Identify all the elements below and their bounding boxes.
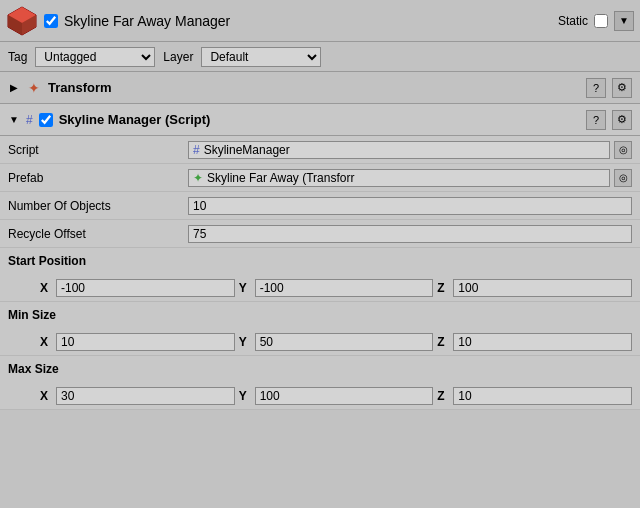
max-z-label: Z [437, 389, 449, 403]
script-property-label: Script [8, 143, 188, 157]
num-objects-input[interactable] [188, 197, 632, 215]
layer-dropdown[interactable]: Default [201, 47, 321, 67]
script-section-header: ▼ # Skyline Manager (Script) ? ⚙ [0, 104, 640, 136]
prefab-property-label: Prefab [8, 171, 188, 185]
script-active-checkbox[interactable] [39, 113, 53, 127]
min-x-input[interactable] [56, 333, 235, 351]
start-x-input[interactable] [56, 279, 235, 297]
num-objects-property-row: Number Of Objects [0, 192, 640, 220]
max-y-input[interactable] [255, 387, 434, 405]
max-x-input[interactable] [56, 387, 235, 405]
transform-help-button[interactable]: ? [586, 78, 606, 98]
min-x-label: X [40, 335, 52, 349]
tag-label: Tag [8, 50, 27, 64]
header-title: Skyline Far Away Manager [64, 13, 552, 29]
prefab-ref-text: Skyline Far Away (Transforr [207, 171, 354, 185]
script-target-button[interactable]: ◎ [614, 141, 632, 159]
start-y-label: Y [239, 281, 251, 295]
static-checkbox[interactable] [594, 14, 608, 28]
max-y-label: Y [239, 389, 251, 403]
script-object-ref[interactable]: # SkylineManager [188, 141, 610, 159]
recycle-offset-value-area [188, 225, 632, 243]
start-xyz-group: X Y Z [40, 279, 632, 297]
header-bar: Skyline Far Away Manager Static ▼ [0, 0, 640, 42]
script-property-row: Script # SkylineManager ◎ [0, 136, 640, 164]
unity-cube-icon [6, 5, 38, 37]
start-y-input[interactable] [255, 279, 434, 297]
script-ref-text: SkylineManager [204, 143, 290, 157]
min-size-label-row: Min Size [0, 302, 640, 328]
min-z-input[interactable] [453, 333, 632, 351]
tag-dropdown[interactable]: Untagged [35, 47, 155, 67]
start-x-label: X [40, 281, 52, 295]
min-size-xyz-row: X Y Z [0, 328, 640, 356]
prefab-target-button[interactable]: ◎ [614, 169, 632, 187]
min-z-label: Z [437, 335, 449, 349]
prefab-ref-icon: ✦ [193, 171, 203, 185]
prefab-value-area: ✦ Skyline Far Away (Transforr ◎ [188, 169, 632, 187]
script-gear-button[interactable]: ⚙ [612, 110, 632, 130]
transform-title: Transform [48, 80, 580, 95]
header-dropdown-button[interactable]: ▼ [614, 11, 634, 31]
script-icon: # [26, 113, 33, 127]
script-help-button[interactable]: ? [586, 110, 606, 130]
active-checkbox[interactable] [44, 14, 58, 28]
start-position-label: Start Position [8, 254, 86, 268]
transform-toggle[interactable]: ▶ [8, 82, 20, 94]
recycle-offset-input[interactable] [188, 225, 632, 243]
max-x-label: X [40, 389, 52, 403]
script-toggle[interactable]: ▼ [8, 114, 20, 126]
layer-label: Layer [163, 50, 193, 64]
properties-area: Script # SkylineManager ◎ Prefab ✦ Skyli… [0, 136, 640, 410]
tag-layer-bar: Tag Untagged Layer Default [0, 42, 640, 72]
max-xyz-group: X Y Z [40, 387, 632, 405]
start-z-input[interactable] [453, 279, 632, 297]
transform-gear-button[interactable]: ⚙ [612, 78, 632, 98]
min-y-label: Y [239, 335, 251, 349]
recycle-offset-label: Recycle Offset [8, 227, 188, 241]
start-z-label: Z [437, 281, 449, 295]
min-xyz-group: X Y Z [40, 333, 632, 351]
prefab-property-row: Prefab ✦ Skyline Far Away (Transforr ◎ [0, 164, 640, 192]
min-y-input[interactable] [255, 333, 434, 351]
max-z-input[interactable] [453, 387, 632, 405]
start-position-xyz-row: X Y Z [0, 274, 640, 302]
num-objects-value-area [188, 197, 632, 215]
start-position-label-row: Start Position [0, 248, 640, 274]
min-size-label: Min Size [8, 308, 56, 322]
transform-icon: ✦ [26, 80, 42, 96]
prefab-object-ref[interactable]: ✦ Skyline Far Away (Transforr [188, 169, 610, 187]
script-section-title: Skyline Manager (Script) [59, 112, 580, 127]
num-objects-label: Number Of Objects [8, 199, 188, 213]
script-value-area: # SkylineManager ◎ [188, 141, 632, 159]
max-size-label-row: Max Size [0, 356, 640, 382]
script-ref-icon: # [193, 143, 200, 157]
static-label: Static [558, 14, 588, 28]
max-size-label: Max Size [8, 362, 59, 376]
max-size-xyz-row: X Y Z [0, 382, 640, 410]
recycle-offset-property-row: Recycle Offset [0, 220, 640, 248]
transform-section-header: ▶ ✦ Transform ? ⚙ [0, 72, 640, 104]
